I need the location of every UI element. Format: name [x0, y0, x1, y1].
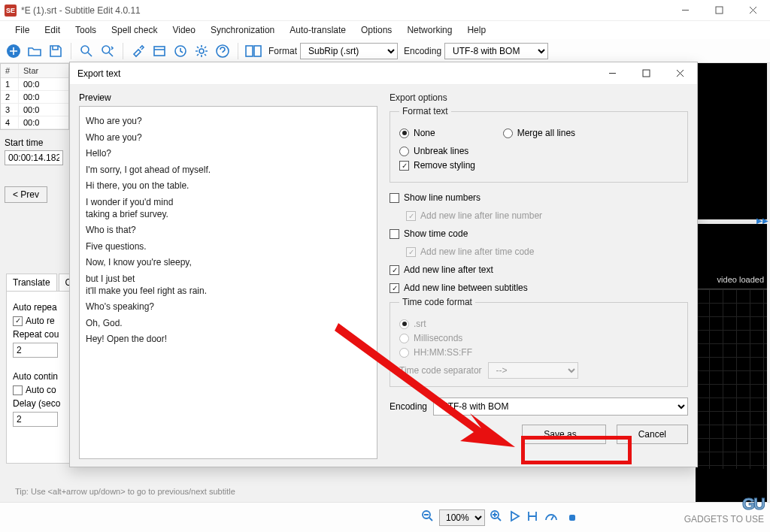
- tc-separator-label: Time code separator: [399, 365, 482, 376]
- auto-repeat-label: Auto repea: [13, 302, 64, 313]
- svg-rect-9: [254, 46, 261, 56]
- replace-icon[interactable]: [99, 42, 117, 60]
- open-icon[interactable]: [26, 42, 44, 60]
- player-controls: 100%: [0, 502, 770, 532]
- dialog-title: Export text: [77, 68, 120, 79]
- svg-point-3: [102, 46, 110, 53]
- check-show-time-code[interactable]: [390, 229, 399, 239]
- zoom-out-icon[interactable]: [421, 509, 435, 525]
- menu-file[interactable]: File: [8, 22, 37, 38]
- app-icon: SE: [5, 5, 17, 17]
- seek-forward-icon[interactable]: ▶▶: [756, 216, 768, 225]
- visual-sync-icon[interactable]: [171, 42, 189, 60]
- menu-help[interactable]: Help: [459, 22, 493, 38]
- radio-tc-ms: [399, 334, 409, 343]
- radio-none[interactable]: [399, 128, 409, 138]
- volume-slider-handle[interactable]: [569, 515, 575, 521]
- export-options-label: Export options: [390, 92, 688, 103]
- table-row[interactable]: 400:0: [1, 116, 68, 129]
- save-icon[interactable]: [47, 42, 65, 60]
- delay-label: Delay (seco: [13, 398, 64, 409]
- svg-rect-4: [154, 47, 165, 56]
- new-icon[interactable]: [5, 42, 23, 60]
- menu-networking[interactable]: Networking: [399, 22, 459, 38]
- status-tip: Tip: Use <alt+arrow up/down> to go to pr…: [15, 487, 235, 496]
- menu-spellcheck[interactable]: Spell check: [104, 22, 165, 38]
- save-as-button[interactable]: Save as...: [522, 425, 605, 444]
- tab-translate[interactable]: Translate: [6, 274, 57, 291]
- menu-options[interactable]: Options: [353, 22, 399, 38]
- encoding-select[interactable]: UTF-8 with BOM: [444, 43, 548, 59]
- check-after-line-number: [406, 211, 416, 221]
- auto-repeat-checkbox[interactable]: [13, 316, 23, 326]
- translate-panel: Auto repea Auto re Repeat cou Auto conti…: [6, 291, 71, 464]
- dialog-encoding-select[interactable]: UTF-8 with BOM: [433, 397, 688, 416]
- dialog-maximize-button[interactable]: [629, 62, 663, 85]
- check-remove-styling[interactable]: [399, 161, 409, 171]
- minimize-button[interactable]: [668, 0, 702, 21]
- check-add-after-text[interactable]: [390, 265, 399, 275]
- repeat-count-input[interactable]: [13, 343, 58, 358]
- delay-input[interactable]: [13, 412, 58, 427]
- seek-bar[interactable]: ▶▶: [696, 219, 767, 224]
- select-icon[interactable]: [526, 509, 539, 525]
- menu-tools[interactable]: Tools: [68, 22, 104, 38]
- menu-video[interactable]: Video: [165, 22, 202, 38]
- auto-continue-checkbox[interactable]: [13, 385, 23, 395]
- toolbar: Format SubRip (.srt) Encoding UTF-8 with…: [0, 39, 770, 63]
- menu-autotranslate[interactable]: Auto-translate: [282, 22, 353, 38]
- zoom-select[interactable]: 100%: [439, 509, 485, 526]
- auto-continue-label: Auto contin: [13, 371, 64, 382]
- menu-bar: File Edit Tools Spell check Video Synchr…: [0, 21, 770, 39]
- svg-point-6: [199, 49, 204, 53]
- cancel-button[interactable]: Cancel: [617, 425, 688, 444]
- title-bar: SE *E (1).srt - Subtitle Edit 4.0.11: [0, 0, 770, 21]
- svg-rect-12: [643, 70, 650, 77]
- preview-textbox[interactable]: Who are you?Who are you?Hello?I'm sorry,…: [79, 106, 377, 459]
- find-icon[interactable]: [77, 42, 95, 60]
- format-text-legend: Format text: [399, 106, 451, 116]
- col-start: Star: [19, 64, 43, 77]
- col-number: #: [1, 64, 19, 77]
- menu-edit[interactable]: Edit: [37, 22, 68, 38]
- fix-icon[interactable]: [129, 42, 147, 60]
- svg-rect-8: [246, 46, 253, 56]
- table-row[interactable]: 200:0: [1, 91, 68, 104]
- table-row[interactable]: 300:0: [1, 104, 68, 116]
- zoom-in-icon[interactable]: [490, 509, 503, 525]
- speed-icon[interactable]: [544, 509, 557, 525]
- svg-rect-0: [716, 7, 723, 14]
- start-time-input[interactable]: [5, 150, 63, 165]
- window-title: *E (1).srt - Subtitle Edit 4.0.11: [21, 5, 141, 16]
- time-code-format-group: Time code format .srt Milliseconds HH:MM…: [390, 297, 688, 387]
- table-row[interactable]: 100:0: [1, 78, 68, 91]
- export-text-dialog: Export text Preview Who are you?Who are …: [69, 62, 698, 467]
- remove-text-icon[interactable]: [150, 42, 168, 60]
- check-show-line-numbers[interactable]: [390, 193, 399, 203]
- radio-tc-hms: [399, 348, 409, 358]
- maximize-button[interactable]: [702, 0, 736, 21]
- radio-tc-srt: [399, 319, 409, 329]
- layout-icon[interactable]: [244, 42, 262, 60]
- tc-separator-select: -->: [488, 362, 578, 379]
- format-select[interactable]: SubRip (.srt): [300, 43, 398, 59]
- check-add-between[interactable]: [390, 283, 399, 293]
- play-icon[interactable]: [508, 509, 521, 525]
- preview-label: Preview: [79, 92, 377, 103]
- format-text-group: Format text None Merge all lines Unbreak…: [390, 106, 688, 183]
- dialog-minimize-button[interactable]: [596, 62, 629, 85]
- repeat-count-label: Repeat cou: [13, 329, 64, 340]
- radio-merge[interactable]: [503, 128, 513, 138]
- dialog-encoding-label: Encoding: [390, 401, 427, 412]
- encoding-label: Encoding: [404, 46, 441, 56]
- subtitle-grid[interactable]: #Star 100:0 200:0 300:0 400:0: [0, 63, 69, 130]
- dialog-close-button[interactable]: [663, 62, 697, 85]
- prev-button[interactable]: < Prev: [5, 186, 47, 203]
- settings-icon[interactable]: [192, 42, 211, 60]
- close-button[interactable]: [736, 0, 770, 21]
- radio-unbreak[interactable]: [399, 147, 409, 156]
- time-code-format-legend: Time code format: [399, 297, 475, 307]
- waveform[interactable]: [696, 289, 767, 469]
- menu-sync[interactable]: Synchronization: [203, 22, 282, 38]
- help-icon[interactable]: [214, 42, 232, 60]
